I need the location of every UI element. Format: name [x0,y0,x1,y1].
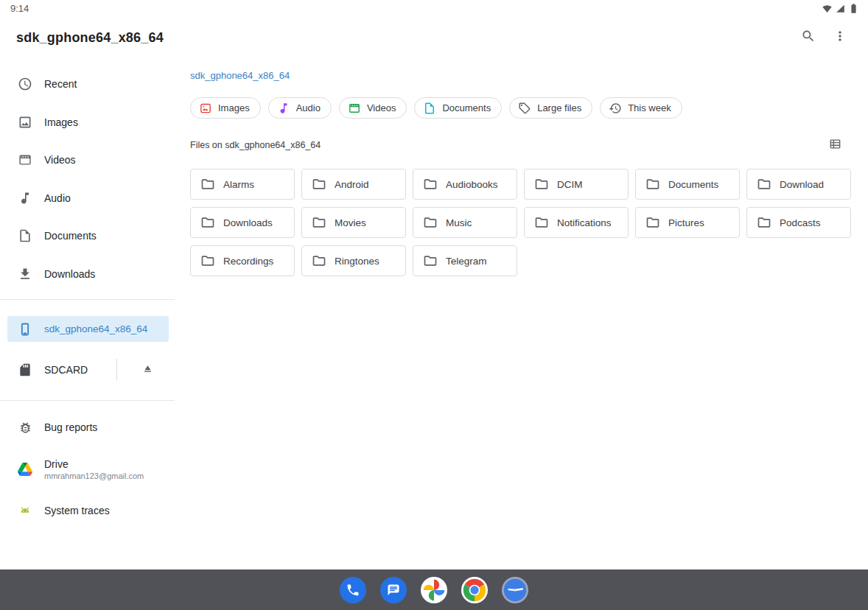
sidebar-item-bug-reports[interactable]: Bug reports [0,414,175,441]
sidebar-item-label: Images [44,116,78,128]
sidebar-item-label: Recent [44,78,77,90]
folder-card-notifications[interactable]: Notifications [524,207,629,238]
drive-account-email: mmrahman123@gmail.com [44,471,144,480]
folder-grid: Alarms Android Audiobooks DCIM Documents… [190,169,851,276]
chip-this-week[interactable]: This week [600,97,682,119]
sidebar-item-recent[interactable]: Recent [0,65,175,103]
bug-icon [18,420,32,435]
sidebar-item-label: System traces [44,505,110,516]
list-view-icon [828,137,842,154]
chip-images[interactable]: Images [190,97,261,119]
section-label: Files on sdk_gphone64_x86_64 [190,140,321,150]
folder-label: Documents [668,179,718,190]
folder-card-pictures[interactable]: Pictures [635,207,740,238]
folder-card-movies[interactable]: Movies [301,207,406,238]
sidebar-item-drive[interactable]: Drive mmrahman123@gmail.com [0,451,175,488]
clock-app-icon[interactable] [502,577,528,603]
phone-app-icon[interactable] [340,577,366,603]
sidebar-item-documents[interactable]: Documents [0,217,175,255]
clock-icon [18,77,32,91]
chip-large-files[interactable]: Large files [509,97,592,119]
folder-card-android[interactable]: Android [301,169,406,200]
file-icon [18,228,32,243]
eject-divider [116,359,117,380]
folder-label: Alarms [223,179,254,190]
folder-label: DCIM [557,179,583,190]
sidebar-divider [0,400,175,401]
android-icon [18,503,32,518]
sidebar-divider [0,299,175,300]
chip-audio[interactable]: Audio [268,97,332,119]
sidebar-item-label: Videos [44,154,76,166]
folder-card-podcasts[interactable]: Podcasts [746,207,851,238]
music-note-icon [277,102,290,115]
breadcrumb[interactable]: sdk_gphone64_x86_64 [190,70,290,81]
sidebar-item-images[interactable]: Images [0,103,175,141]
chrome-app-icon[interactable] [461,577,488,603]
sidebar-item-label: Downloads [44,268,95,280]
taskbar [0,569,868,610]
more-options-button[interactable] [827,24,853,51]
sidebar-item-audio[interactable]: Audio [0,179,175,217]
chip-label: Images [218,102,250,113]
wifi-icon [822,3,833,14]
status-system-icons [822,3,859,14]
more-vert-icon [833,29,847,46]
sidebar-item-downloads[interactable]: Downloads [0,255,175,293]
chip-videos[interactable]: Videos [339,97,407,119]
folder-label: Recordings [223,256,273,267]
sidebar-item-system-traces[interactable]: System traces [0,497,175,524]
sidebar-item-label: sdk_gphone64_x86_64 [44,323,147,334]
sidebar-item-videos[interactable]: Videos [0,141,175,179]
history-icon [609,102,622,115]
folder-card-alarms[interactable]: Alarms [190,169,295,200]
movie-icon [348,102,361,115]
folder-label: Movies [335,217,366,228]
sd-card-icon [18,362,32,377]
folder-card-dcim[interactable]: DCIM [524,169,629,200]
folder-label: Android [335,179,369,190]
search-icon [801,29,816,46]
sidebar-item-label: Documents [44,230,97,242]
chip-label: Videos [367,102,396,113]
folder-card-downloads[interactable]: Downloads [190,207,295,238]
image-icon [199,102,212,115]
sidebar: Recent Images Videos Audio Documents Dow… [0,0,175,569]
search-button[interactable] [795,24,822,51]
battery-icon [848,3,859,14]
folder-label: Audiobooks [446,179,498,190]
eject-button[interactable] [139,361,156,379]
folder-card-audiobooks[interactable]: Audiobooks [413,169,517,200]
sidebar-item-label: Audio [44,192,71,204]
folder-card-ringtones[interactable]: Ringtones [301,245,406,276]
smartphone-icon [18,322,32,337]
music-note-icon [18,191,32,206]
sidebar-item-label: Drive [44,458,144,470]
folder-card-telegram[interactable]: Telegram [413,245,517,276]
android-files-app: 9:14 sdk_gphone64_x86_64 Recent Images V… [0,0,868,610]
google-drive-icon [18,462,32,477]
folder-card-download[interactable]: Download [746,169,851,200]
sidebar-item-label: Bug reports [44,421,97,433]
folder-card-documents[interactable]: Documents [635,169,740,200]
movie-icon [18,152,32,167]
photos-app-icon[interactable] [421,577,447,603]
chip-label: Audio [296,102,321,113]
file-icon [423,102,436,115]
folder-label: Ringtones [335,256,379,267]
folder-label: Telegram [446,256,487,267]
folder-label: Pictures [668,217,704,228]
eject-icon [142,363,153,377]
folder-label: Notifications [557,217,612,228]
folder-label: Downloads [223,217,273,228]
folder-card-music[interactable]: Music [413,207,517,238]
chip-label: This week [628,102,671,113]
sidebar-item-device-selected[interactable]: sdk_gphone64_x86_64 [7,316,169,342]
folder-card-recordings[interactable]: Recordings [190,245,295,276]
messages-app-icon[interactable] [380,577,407,603]
list-view-toggle-button[interactable] [822,132,848,158]
chip-documents[interactable]: Documents [414,97,502,119]
folder-label: Music [446,217,472,228]
filter-chips: Images Audio Videos Documents Large file… [190,97,682,119]
folder-label: Podcasts [780,217,821,228]
